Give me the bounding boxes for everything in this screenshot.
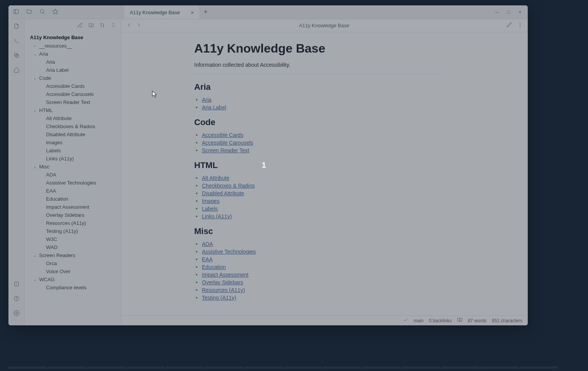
edit-icon[interactable] <box>506 22 512 30</box>
tree-file[interactable]: Overlay Sidebars <box>25 211 121 219</box>
tree-folder[interactable]: ⌄Misc <box>25 163 121 171</box>
tree-file[interactable]: Alt Attribute <box>25 114 121 122</box>
home-icon[interactable] <box>13 67 20 74</box>
collapse-icon[interactable] <box>111 22 116 30</box>
tree-file[interactable]: Aria Label <box>25 66 121 74</box>
document-tab[interactable]: A11y Knowledge Base × <box>124 5 200 19</box>
tree-file[interactable]: WAD <box>25 243 121 251</box>
doc-link[interactable]: Aria <box>202 97 211 103</box>
doc-link[interactable]: Labels <box>202 206 218 212</box>
tree-file[interactable]: Links (A11y) <box>25 155 121 163</box>
status-branch[interactable]: main <box>414 318 424 323</box>
doc-link[interactable]: ADA <box>202 241 213 247</box>
tree-file[interactable]: Impact Assessment <box>25 203 121 211</box>
doc-link[interactable]: Impact Assessment <box>202 272 248 278</box>
tree-file[interactable]: Disabled Attribute <box>25 130 121 139</box>
doc-link[interactable]: Testing (A11y) <box>202 295 236 301</box>
folder-icon[interactable] <box>26 8 32 16</box>
tree-file[interactable]: Education <box>25 195 121 203</box>
close-button[interactable]: × <box>517 9 523 15</box>
minimize-button[interactable]: ─ <box>494 9 500 15</box>
tree-file[interactable]: Accessible Cards <box>25 82 121 90</box>
doc-link[interactable]: Resources (A11y) <box>202 287 245 293</box>
tree-item-label: Resources (A11y) <box>46 220 86 226</box>
doc-link[interactable]: Images <box>202 198 220 204</box>
nav-back-icon[interactable] <box>126 22 132 30</box>
status-backlinks[interactable]: 0 backlinks <box>429 318 452 323</box>
book-icon <box>457 317 462 324</box>
chevron-down-icon[interactable]: ⌄ <box>32 253 38 257</box>
chevron-down-icon[interactable]: ⌄ <box>32 52 38 56</box>
doc-link[interactable]: Accessible Carousels <box>202 140 253 146</box>
doc-link[interactable]: Checkboxes & Radios <box>202 183 255 189</box>
tree-item-label: HTML <box>39 107 53 113</box>
star-icon[interactable] <box>52 8 58 16</box>
tree-item-label: Labels <box>46 148 61 153</box>
maximize-button[interactable]: □ <box>505 9 512 15</box>
file-link-icon[interactable] <box>13 23 20 31</box>
chevron-right-icon[interactable]: › <box>32 44 38 48</box>
tree-item-label: Accessible Carousels <box>46 91 94 97</box>
tree-file[interactable]: Checkboxes & Radios <box>25 122 121 130</box>
tree-item-label: __resources__ <box>39 43 72 49</box>
page-title: A11y Knowledge Base <box>194 41 528 56</box>
doc-link[interactable]: Links (A11y) <box>202 213 232 219</box>
terminal-icon[interactable] <box>13 38 20 45</box>
doc-link[interactable]: Screen Reader Text <box>202 147 249 153</box>
check-icon <box>403 317 408 324</box>
doc-link[interactable]: Education <box>202 264 226 270</box>
tree-file[interactable]: Voice Over <box>25 267 121 275</box>
tree-file[interactable]: Screen Reader Text <box>25 98 121 106</box>
chevron-down-icon[interactable]: ⌄ <box>32 165 38 169</box>
tree-folder[interactable]: ⌄Screen Readers <box>25 251 121 259</box>
settings-icon[interactable] <box>13 310 20 318</box>
tree-item-label: Alt Attribute <box>46 115 71 121</box>
list-item: Disabled Attribute <box>202 190 528 197</box>
tree-file[interactable]: Accessible Carousels <box>25 90 121 98</box>
chevron-down-icon[interactable]: ⌄ <box>32 108 38 112</box>
list-item: ADA <box>202 240 528 248</box>
section-heading: Code <box>194 117 528 127</box>
list-item: Accessible Cards <box>202 131 528 139</box>
tree-file[interactable]: Aria <box>25 58 121 66</box>
tree-file[interactable]: Labels <box>25 147 121 155</box>
nav-forward-icon[interactable] <box>136 22 142 30</box>
help-icon[interactable] <box>13 295 20 303</box>
tree-file[interactable]: Images <box>25 139 121 147</box>
tree-file[interactable]: Orca <box>25 259 121 267</box>
tree-folder[interactable]: ⌄Code <box>25 74 121 82</box>
tree-item-label: Checkboxes & Radios <box>46 124 95 129</box>
doc-link[interactable]: Aria Label <box>202 104 226 110</box>
doc-link[interactable]: Alt Attribute <box>202 175 230 181</box>
new-tab-button[interactable]: + <box>200 8 212 16</box>
list-item: Labels <box>202 205 528 213</box>
tree-file[interactable]: EAA <box>25 187 121 195</box>
tree-file[interactable]: W3C <box>25 235 121 243</box>
doc-link[interactable]: Overlay Sidebars <box>202 279 243 285</box>
search-icon[interactable] <box>39 8 45 16</box>
tree-folder[interactable]: ⌄WCAG <box>25 275 121 284</box>
tree-file[interactable]: Assistive Technologies <box>25 179 121 187</box>
tree-folder[interactable]: ⌄Aria <box>25 50 121 58</box>
sidebar-toggle-icon[interactable] <box>13 8 19 16</box>
copy-icon[interactable] <box>13 52 20 60</box>
tree-file[interactable]: Resources (A11y) <box>25 219 121 227</box>
doc-link[interactable]: Assistive Technologies <box>202 249 256 255</box>
new-folder-icon[interactable] <box>88 22 94 30</box>
tree-file[interactable]: Compliance levels <box>25 284 121 292</box>
tree-root[interactable]: A11y Knowledge Base <box>25 33 121 42</box>
chevron-down-icon[interactable]: ⌄ <box>32 277 38 282</box>
chevron-down-icon[interactable]: ⌄ <box>32 76 38 80</box>
tree-file[interactable]: Testing (A11y) <box>25 227 121 235</box>
tree-file[interactable]: ADA <box>25 171 121 179</box>
doc-link[interactable]: EAA <box>202 256 213 262</box>
tab-close-icon[interactable]: × <box>191 9 194 16</box>
sort-icon[interactable] <box>99 22 105 30</box>
tree-folder[interactable]: ⌄HTML <box>25 106 121 114</box>
new-note-icon[interactable] <box>77 22 83 30</box>
more-icon[interactable] <box>517 22 523 30</box>
box-icon[interactable] <box>13 281 20 289</box>
doc-link[interactable]: Disabled Attribute <box>202 190 244 196</box>
doc-link[interactable]: Accessible Cards <box>202 132 243 138</box>
tree-folder[interactable]: ›__resources__ <box>25 42 121 50</box>
